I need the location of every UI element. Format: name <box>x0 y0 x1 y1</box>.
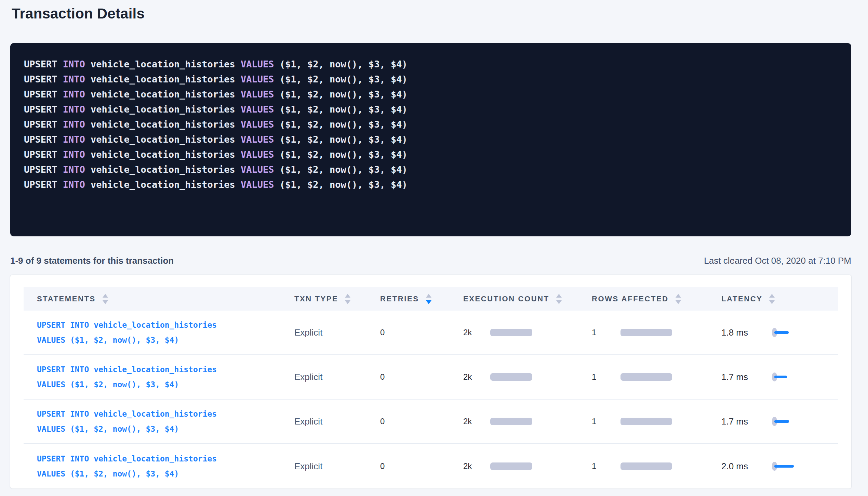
sql-code-line: UPSERT INTO vehicle_location_histories V… <box>24 147 838 162</box>
column-header-statements[interactable]: STATEMENTS <box>37 294 294 304</box>
sort-arrows-icon <box>676 294 681 304</box>
rows-affected-bar <box>620 373 672 381</box>
sql-code-line: UPSERT INTO vehicle_location_histories V… <box>24 102 838 117</box>
execution-count-cell: 2k <box>463 417 592 426</box>
sort-asc-icon <box>426 294 431 298</box>
latency-cell: 1.8 ms <box>721 327 838 338</box>
sql-code-line: UPSERT INTO vehicle_location_histories V… <box>24 87 838 102</box>
latency-cell: 2.0 ms <box>721 461 838 472</box>
statement-line-1: UPSERT INTO vehicle_location_histories <box>37 451 294 466</box>
rows-affected-cell: 1 <box>592 461 721 471</box>
statement-line-1: UPSERT INTO vehicle_location_histories <box>37 317 294 332</box>
execution-count-bar <box>490 329 532 336</box>
sort-asc-icon <box>345 294 350 298</box>
latency-cell: 1.7 ms <box>721 416 838 427</box>
sort-asc-icon <box>676 294 681 298</box>
statement-cell: UPSERT INTO vehicle_location_histories V… <box>37 406 294 436</box>
execution-count-cell: 2k <box>463 328 592 337</box>
column-label: TXN TYPE <box>294 295 338 303</box>
txn-type-cell: Explicit <box>294 327 380 338</box>
latency-bar-chart <box>772 328 800 337</box>
retries-cell: 0 <box>380 461 463 471</box>
sql-code-line: UPSERT INTO vehicle_location_histories V… <box>24 72 838 87</box>
rows-affected-bar <box>620 329 672 336</box>
statement-line-2: VALUES ($1, $2, now(), $3, $4) <box>37 466 294 481</box>
sort-desc-icon <box>345 300 350 304</box>
txn-type-cell: Explicit <box>294 416 380 427</box>
sort-asc-icon <box>769 294 775 298</box>
table-body: UPSERT INTO vehicle_location_histories V… <box>24 311 848 488</box>
statement-link[interactable]: UPSERT INTO vehicle_location_histories V… <box>37 362 294 392</box>
retries-cell: 0 <box>380 372 463 382</box>
sql-code: UPSERT INTO vehicle_location_histories V… <box>24 57 838 192</box>
column-header-txn-type[interactable]: TXN TYPE <box>294 294 380 304</box>
sort-arrows-icon <box>426 294 431 304</box>
table-header-row: STATEMENTSTXN TYPERETRIESEXECUTION COUNT… <box>24 287 838 311</box>
column-label: STATEMENTS <box>37 295 96 303</box>
execution-count-value: 2k <box>463 328 490 337</box>
rows-affected-cell: 1 <box>592 328 721 337</box>
statement-link[interactable]: UPSERT INTO vehicle_location_histories V… <box>37 451 294 481</box>
latency-value: 1.7 ms <box>721 372 772 382</box>
last-cleared-text: Last cleared Oct 08, 2020 at 7:10 PM <box>704 256 851 266</box>
latency-bar-chart <box>772 417 800 426</box>
sort-arrows-icon <box>103 294 108 304</box>
latency-bar-chart <box>772 373 800 381</box>
retries-cell: 0 <box>380 417 463 426</box>
rows-affected-bar <box>620 418 672 425</box>
execution-count-cell: 2k <box>463 461 592 471</box>
page-title: Transaction Details <box>12 5 851 22</box>
rows-affected-value: 1 <box>592 372 620 382</box>
sort-desc-icon <box>769 300 775 304</box>
table-row: UPSERT INTO vehicle_location_histories V… <box>24 444 838 488</box>
column-header-latency[interactable]: LATENCY <box>721 294 838 304</box>
latency-value: 2.0 ms <box>721 461 772 472</box>
table-meta-row: 1-9 of 9 statements for this transaction… <box>10 256 851 266</box>
statement-line-2: VALUES ($1, $2, now(), $3, $4) <box>37 332 294 348</box>
rows-affected-bar <box>620 462 672 470</box>
latency-value: 1.8 ms <box>721 327 772 338</box>
column-label: LATENCY <box>721 295 762 303</box>
rows-affected-value: 1 <box>592 461 620 471</box>
latency-cell: 1.7 ms <box>721 372 838 382</box>
statement-line-2: VALUES ($1, $2, now(), $3, $4) <box>37 377 294 392</box>
statement-link[interactable]: UPSERT INTO vehicle_location_histories V… <box>37 317 294 348</box>
sql-code-line: UPSERT INTO vehicle_location_histories V… <box>24 177 838 192</box>
sort-desc-icon <box>103 300 108 304</box>
latency-bar <box>774 331 789 334</box>
transaction-details-page: Transaction Details UPSERT INTO vehicle_… <box>0 5 868 488</box>
column-label: RETRIES <box>380 295 419 303</box>
table-row: UPSERT INTO vehicle_location_histories V… <box>24 355 838 400</box>
execution-count-cell: 2k <box>463 372 592 382</box>
statement-line-1: UPSERT INTO vehicle_location_histories <box>37 362 294 377</box>
rows-affected-cell: 1 <box>592 417 721 426</box>
sort-arrows-icon <box>769 294 775 304</box>
statement-cell: UPSERT INTO vehicle_location_histories V… <box>37 317 294 348</box>
rows-affected-value: 1 <box>592 328 620 337</box>
sql-code-line: UPSERT INTO vehicle_location_histories V… <box>24 117 838 132</box>
latency-value: 1.7 ms <box>721 416 772 427</box>
sql-code-line: UPSERT INTO vehicle_location_histories V… <box>24 57 838 72</box>
latency-bar <box>774 465 794 468</box>
column-header-rows-affected[interactable]: ROWS AFFECTED <box>592 294 721 304</box>
execution-count-bar <box>490 462 532 470</box>
sort-asc-icon <box>556 294 562 298</box>
column-header-retries[interactable]: RETRIES <box>380 294 463 304</box>
execution-count-value: 2k <box>463 461 490 471</box>
sort-desc-icon <box>426 300 431 304</box>
statement-line-2: VALUES ($1, $2, now(), $3, $4) <box>37 421 294 436</box>
sql-statements-box: UPSERT INTO vehicle_location_histories V… <box>10 43 851 236</box>
column-label: EXECUTION COUNT <box>463 295 549 303</box>
retries-cell: 0 <box>380 328 463 337</box>
statement-link[interactable]: UPSERT INTO vehicle_location_histories V… <box>37 406 294 436</box>
sort-desc-icon <box>556 300 562 304</box>
sql-code-line: UPSERT INTO vehicle_location_histories V… <box>24 162 838 177</box>
sql-code-line: UPSERT INTO vehicle_location_histories V… <box>24 132 838 147</box>
column-header-execution-count[interactable]: EXECUTION COUNT <box>463 294 592 304</box>
statement-line-1: UPSERT INTO vehicle_location_histories <box>37 406 294 421</box>
execution-count-bar <box>490 418 532 425</box>
execution-count-value: 2k <box>463 417 490 426</box>
sort-arrows-icon <box>556 294 562 304</box>
statement-cell: UPSERT INTO vehicle_location_histories V… <box>37 451 294 481</box>
latency-bar <box>774 420 789 423</box>
